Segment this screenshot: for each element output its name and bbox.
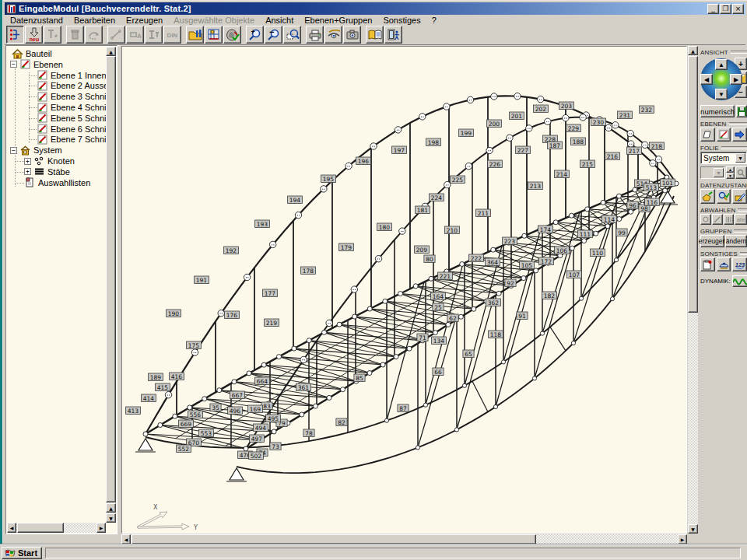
- cleanup-button[interactable]: [700, 189, 715, 204]
- edit-data-button[interactable]: [732, 189, 747, 204]
- folie-select-value: System: [703, 154, 729, 163]
- renumber-button[interactable]: 123: [732, 257, 747, 271]
- tree-scroll-up2-icon[interactable]: ▲: [106, 503, 116, 513]
- tree-item-ebene-3-schnitt-1[interactable]: Ebene 3 Schnitt 1: [37, 91, 106, 102]
- collapse-icon[interactable]: −: [10, 61, 17, 68]
- folie-select[interactable]: System ▼: [700, 152, 747, 164]
- canvas-scroll-up-icon[interactable]: ▲: [688, 46, 698, 55]
- svg-text:496: 496: [230, 408, 241, 415]
- canvas-scroll-right-icon[interactable]: ▶: [678, 534, 687, 544]
- tree-item-system[interactable]: −System: [10, 145, 62, 156]
- tree-item-bauteil[interactable]: Bauteil: [12, 48, 52, 59]
- exit-button[interactable]: [384, 26, 402, 44]
- material-check-button[interactable]: [223, 26, 241, 44]
- pan-down-icon[interactable]: ▼: [715, 89, 728, 100]
- minimize-button[interactable]: _: [707, 4, 719, 14]
- dynamics-button[interactable]: [732, 275, 747, 287]
- model-view[interactable]: 1901911921931941951961971981992002012022…: [121, 46, 687, 534]
- zoom-in-button[interactable]: +: [246, 26, 264, 44]
- canvas-scroll-left-icon[interactable]: ◀: [121, 534, 131, 544]
- datastate-button[interactable]: [6, 26, 24, 44]
- tree-scroll-up-icon[interactable]: ▲: [106, 47, 116, 56]
- pan-left-icon[interactable]: ◀: [700, 74, 713, 85]
- plane-edit-button[interactable]: [717, 128, 731, 142]
- pin-tool-button[interactable]: [44, 26, 61, 44]
- plane-next-button[interactable]: [732, 128, 747, 142]
- menu-item-1[interactable]: Bearbeiten: [68, 16, 121, 25]
- taskbar-tray[interactable]: [45, 548, 741, 558]
- group-modify-button[interactable]: ändern: [725, 235, 747, 247]
- svg-text:X: X: [153, 504, 158, 511]
- levels-folder-button[interactable]: [186, 26, 204, 44]
- new-button[interactable]: neu: [25, 26, 43, 44]
- menu-item-5[interactable]: Ebenen+Gruppen: [299, 16, 377, 25]
- svg-text:178: 178: [303, 268, 314, 275]
- catalog-button[interactable]: [366, 26, 384, 44]
- tree-item-ebene-2-aussen[interactable]: Ebene 2 Aussen: [37, 80, 106, 91]
- bauteil-icon: [12, 49, 23, 59]
- tree-scroll-right-icon[interactable]: ▶: [96, 523, 106, 533]
- expand-icon[interactable]: +: [24, 158, 31, 165]
- save-view-button[interactable]: [736, 105, 747, 117]
- tree-item-ebene-5-schnitt-3[interactable]: Ebene 5 Schnitt 3: [37, 113, 106, 124]
- zoom-out-button[interactable]: −: [265, 26, 282, 44]
- svg-text:225: 225: [452, 177, 464, 184]
- tree-item-stäbe[interactable]: +Stäbe: [24, 166, 70, 177]
- maximize-button[interactable]: ❐: [720, 4, 731, 14]
- tree-item-ebene-4-schnitt-2[interactable]: Ebene 4 Schnitt 2: [37, 102, 106, 113]
- clipboard-button[interactable]: [700, 257, 715, 271]
- delete-button[interactable]: [66, 26, 84, 44]
- stamp-button[interactable]: [717, 257, 731, 271]
- canvas-scroll-down-icon[interactable]: ▼: [688, 524, 698, 534]
- tree-item-ebene-6-schnitt-4[interactable]: Ebene 6 Schnitt 4: [37, 124, 106, 135]
- menu-item-7[interactable]: ?: [426, 16, 442, 25]
- print-button[interactable]: [306, 26, 324, 44]
- tree-item-knoten[interactable]: +Knoten: [24, 156, 75, 166]
- pan-right-icon[interactable]: ▶: [730, 74, 742, 85]
- tree-item-auswahllisten[interactable]: Auswahllisten: [24, 177, 90, 188]
- section-datenzustand: DATENZUSTAND: [700, 181, 747, 189]
- close-button[interactable]: ×: [732, 4, 744, 14]
- title-bar[interactable]: EingabeModul [Bauchveerendeltr. Stat.2] …: [5, 2, 745, 15]
- draw-member-button[interactable]: [107, 26, 125, 44]
- group-create-button[interactable]: erzeugen: [700, 235, 724, 247]
- menu-item-4[interactable]: Ansicht: [260, 16, 299, 25]
- toolbar: neu: [5, 25, 745, 45]
- menu-item-6[interactable]: Sonstiges: [377, 16, 426, 25]
- tree-item-ebene-1-innen[interactable]: Ebene 1 Innen: [37, 70, 106, 81]
- truss-button[interactable]: [126, 26, 144, 44]
- start-button[interactable]: Start: [2, 547, 42, 559]
- arc-icon: [87, 28, 100, 41]
- collapse-icon[interactable]: −: [10, 147, 17, 154]
- snapshot-button[interactable]: [343, 26, 361, 44]
- view-navigator[interactable]: ▲ ▼ ◀ ▶: [700, 58, 734, 103]
- expand-icon[interactable]: +: [24, 168, 31, 175]
- svg-text:105: 105: [521, 262, 533, 269]
- structure-button[interactable]: [205, 26, 223, 44]
- pan-up-icon[interactable]: ▲: [715, 59, 728, 70]
- din-button[interactable]: DIN: [163, 26, 181, 44]
- view-options-button[interactable]: [324, 26, 342, 44]
- plane-view-button[interactable]: [700, 128, 715, 142]
- zoom-window-button[interactable]: [283, 26, 301, 44]
- svg-text:101: 101: [662, 180, 674, 187]
- menu-item-2[interactable]: Erzeugen: [121, 16, 168, 25]
- tree-scroll-left-icon[interactable]: ◀: [7, 523, 16, 533]
- canvas-vscrollbar[interactable]: ▲ ▼: [688, 46, 698, 534]
- menu-item-0[interactable]: Datenzustand: [5, 16, 68, 25]
- section-ebenen: EBENEN: [700, 120, 747, 128]
- canvas-hscrollbar[interactable]: ◀ ▶: [121, 534, 687, 544]
- rotate-button[interactable]: [85, 26, 103, 44]
- profile-button[interactable]: [145, 26, 163, 44]
- numeric-button[interactable]: numerisch: [700, 105, 735, 117]
- tree-item-ebene-7-schnitt-5[interactable]: Ebene 7 Schnitt 5: [37, 134, 106, 145]
- spin-up-icon[interactable]: ▲: [726, 166, 735, 173]
- spin-down-icon[interactable]: ▼: [726, 173, 735, 179]
- check-data-button[interactable]: [717, 189, 731, 204]
- tree-vscrollbar[interactable]: ▲ ▲ ▼: [106, 47, 116, 523]
- tree-item-ebenen[interactable]: −Ebenen: [10, 59, 63, 70]
- start-label: Start: [18, 548, 37, 558]
- folie-dropdown-icon[interactable]: ▼: [735, 153, 745, 163]
- tree-scroll-down-icon[interactable]: ▼: [106, 513, 116, 523]
- tree-hscrollbar[interactable]: ◀ ▶: [7, 523, 106, 533]
